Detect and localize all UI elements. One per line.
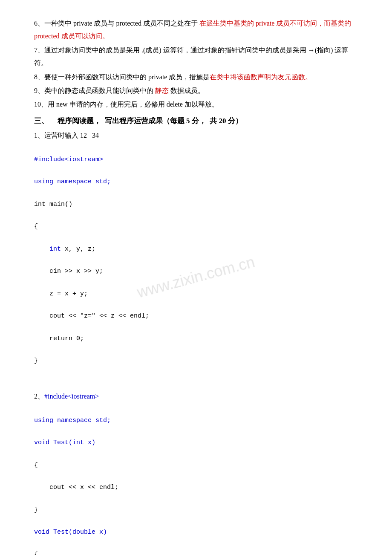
prog2-include: #include<iostream> xyxy=(44,393,99,400)
code-line: using namespace std; xyxy=(34,176,358,188)
code-line: } xyxy=(34,356,358,367)
section3-label: 三、 程序阅读题， 写出程序运营成果（每题 5 分， 共 20 分） xyxy=(34,117,242,125)
item9-end: 数据成员。 xyxy=(169,87,205,94)
content-wrapper: 6、一种类中 private 成员与 protected 成员不同之处在于 在派… xyxy=(34,17,358,555)
code-line: return 0; xyxy=(34,333,358,344)
item-7: 7、通过对象访问类中的成员是采用 .(成员) 运算符，通过对象的指针访问类中的成… xyxy=(34,44,358,70)
item7-text: 7、通过对象访问类中的成员是采用 .(成员) 运算符，通过对象的指针访问类中的成… xyxy=(34,46,348,66)
item9-start: 9、类中的静态成员函数只能访问类中的 xyxy=(34,87,155,94)
code-line: z = x + y; xyxy=(34,289,358,300)
item-9: 9、类中的静态成员函数只能访问类中的 静态 数据成员。 xyxy=(34,84,358,97)
code-line: cout << "z=" << z << endl; xyxy=(34,311,358,322)
code-line: cin >> x >> y; xyxy=(34,266,358,277)
item8-start: 8、要使一种外部函数可以访问类中的 private 成员，措施是 xyxy=(34,73,210,81)
item9-red: 静态 xyxy=(155,87,169,94)
prog2-code: using namespace std; void Test(int x) { … xyxy=(34,404,358,555)
code-line: void Test(double x) xyxy=(34,527,358,538)
code-line: { xyxy=(34,221,358,232)
item-8: 8、要使一种外部函数可以访问类中的 private 成员，措施是在类中将该函数声… xyxy=(34,71,358,84)
code-line: int main() xyxy=(34,199,358,210)
prog1-title: 1、运营时输入 12 34 xyxy=(34,129,358,142)
code-line: #include<iostream> xyxy=(34,154,358,165)
code-line: cout << x << endl; xyxy=(34,482,358,493)
prog1-title-text: 1、运营时输入 12 34 xyxy=(34,132,99,139)
item8-red: 在类中将该函数声明为友元函数。 xyxy=(210,73,312,81)
code-line: int x, y, z; xyxy=(34,244,358,255)
code-line: void Test(int x) xyxy=(34,437,358,448)
code-line: { xyxy=(34,460,358,471)
item10-text: 10、用 new 申请的内存，使用完后，必修用 delete 加以释放。 xyxy=(34,101,219,108)
prog2-title: 2、#include<iostream> xyxy=(34,390,358,403)
section3-header: 三、 程序阅读题， 写出程序运营成果（每题 5 分， 共 20 分） xyxy=(34,115,358,128)
item6-text: 6、一种类中 private 成员与 protected 成员不同之处在于 xyxy=(34,20,198,27)
prog2-title-text: 2、 xyxy=(34,393,44,400)
item-6: 6、一种类中 private 成员与 protected 成员不同之处在于 在派… xyxy=(34,17,358,43)
prog1-code: #include<iostream> using namespace std; … xyxy=(34,143,358,390)
code-line: using namespace std; xyxy=(34,415,358,426)
code-line: } xyxy=(34,505,358,516)
item-10: 10、用 new 申请的内存，使用完后，必修用 delete 加以释放。 xyxy=(34,98,358,111)
code-line: { xyxy=(34,549,358,555)
